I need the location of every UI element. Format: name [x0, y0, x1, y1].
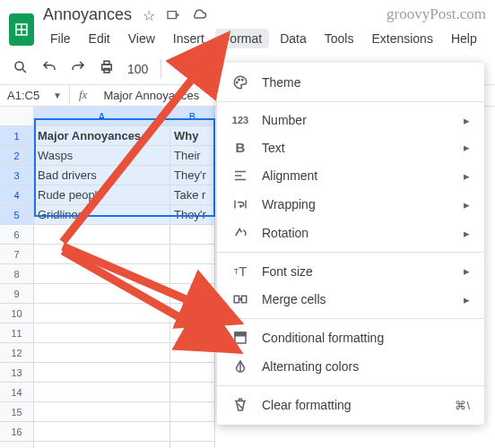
cell[interactable]: Wasps [34, 146, 170, 166]
redo-icon[interactable] [70, 59, 86, 78]
cell[interactable] [170, 383, 215, 402]
cell[interactable]: Why [170, 126, 215, 146]
row-header[interactable]: 4 [0, 185, 34, 205]
cell[interactable] [170, 363, 215, 383]
cell[interactable] [34, 304, 170, 323]
menu-insert[interactable]: Insert [166, 29, 212, 48]
formula-input[interactable]: Major Annoyances [96, 85, 206, 106]
menu-format[interactable]: Format [215, 29, 269, 48]
cell[interactable]: Take r [170, 185, 215, 205]
menu-extensions[interactable]: Extensions [364, 29, 439, 48]
print-icon[interactable] [99, 59, 115, 78]
row-header[interactable]: 12 [0, 343, 34, 363]
cell[interactable] [170, 245, 215, 264]
menu-separator [217, 101, 484, 102]
cell[interactable] [170, 402, 215, 422]
row-header[interactable]: 5 [0, 205, 34, 225]
cell[interactable] [170, 304, 215, 323]
cell[interactable]: They'r [170, 166, 215, 185]
fontsize-icon: TT [231, 263, 249, 279]
row-header[interactable]: 6 [0, 225, 34, 245]
menu-separator [217, 318, 484, 319]
row-header[interactable]: 16 [0, 422, 34, 442]
fx-icon: fx [70, 88, 96, 102]
menu-item-merge[interactable]: Merge cells▸ [217, 285, 484, 314]
move-icon[interactable] [166, 7, 180, 27]
cell[interactable]: Major Annoyances [34, 126, 170, 146]
star-icon[interactable]: ☆ [143, 7, 155, 27]
cell[interactable] [34, 225, 170, 245]
cell[interactable] [34, 383, 170, 402]
row-header[interactable]: 3 [0, 166, 34, 185]
row-header[interactable]: 13 [0, 363, 34, 383]
row-header[interactable]: 17 [0, 442, 34, 448]
zoom-select[interactable]: 100 [127, 62, 148, 76]
cell[interactable] [170, 442, 215, 448]
menu-item-fontsize[interactable]: TTFont size▸ [217, 257, 484, 285]
row-header[interactable]: 8 [0, 264, 34, 284]
menu-item-alignment[interactable]: Alignment▸ [217, 161, 484, 190]
search-icon[interactable] [13, 59, 29, 78]
cell[interactable]: Their [170, 146, 215, 166]
row-header[interactable]: 2 [0, 146, 34, 166]
cell[interactable] [34, 363, 170, 383]
cell[interactable] [34, 245, 170, 264]
menu-item-rotation[interactable]: Rotation▸ [217, 219, 484, 247]
submenu-arrow-icon: ▸ [464, 264, 470, 278]
menu-item-alternating[interactable]: Alternating colors [217, 352, 484, 381]
submenu-arrow-icon: ▸ [464, 227, 470, 240]
clear-icon [231, 397, 249, 413]
cell[interactable] [34, 442, 170, 448]
cell[interactable] [34, 323, 170, 343]
align-icon [231, 168, 249, 184]
menu-item-theme[interactable]: Theme [217, 68, 484, 97]
row-header[interactable]: 9 [0, 284, 34, 304]
menu-item-label: Wrapping [262, 197, 451, 211]
row-header[interactable]: 15 [0, 402, 34, 422]
menu-data[interactable]: Data [273, 29, 314, 48]
cell[interactable] [34, 264, 170, 284]
undo-icon[interactable] [41, 59, 57, 78]
cell[interactable]: Bad drivers [34, 166, 170, 185]
menu-item-wrapping[interactable]: Wrapping▸ [217, 190, 484, 219]
name-box[interactable]: A1:C5 ▼ [0, 85, 70, 106]
menu-item-clear[interactable]: Clear formatting⌘\ [217, 391, 484, 419]
column-header[interactable]: A [34, 107, 170, 126]
row-header[interactable]: 7 [0, 245, 34, 264]
cell[interactable]: They'r [170, 205, 215, 225]
menu-file[interactable]: File [43, 29, 78, 48]
cell[interactable] [170, 323, 215, 343]
merge-icon [231, 291, 249, 307]
menu-item-conditional[interactable]: Conditional formatting [217, 323, 484, 352]
cell[interactable] [170, 422, 215, 442]
menu-edit[interactable]: Edit [82, 29, 117, 48]
menu-tools[interactable]: Tools [317, 29, 361, 48]
menu-item-text[interactable]: BText▸ [217, 134, 484, 161]
cell[interactable] [170, 284, 215, 304]
sheets-logo [9, 13, 34, 46]
cell[interactable] [170, 225, 215, 245]
cell[interactable]: Rude people [34, 185, 170, 205]
menu-item-label: Font size [262, 264, 451, 279]
row-header[interactable]: 11 [0, 323, 34, 343]
row-header[interactable]: 1 [0, 126, 34, 146]
select-all-corner[interactable] [0, 107, 34, 126]
name-box-value: A1:C5 [7, 89, 39, 102]
cell[interactable]: Gridlines [34, 205, 170, 225]
document-title[interactable]: Annoyances [43, 5, 132, 24]
cell[interactable] [170, 264, 215, 284]
cell[interactable] [34, 402, 170, 422]
cell[interactable] [34, 284, 170, 304]
menu-help[interactable]: Help [444, 29, 484, 48]
menu-item-label: Theme [262, 75, 470, 90]
row-header[interactable]: 14 [0, 383, 34, 402]
menu-view[interactable]: View [121, 29, 162, 48]
cell[interactable] [34, 343, 170, 363]
row-header[interactable]: 10 [0, 304, 34, 323]
menu-item-label: Text [262, 141, 451, 155]
cell[interactable] [34, 422, 170, 442]
cell[interactable] [170, 343, 215, 363]
column-header[interactable]: B [170, 107, 215, 126]
menu-item-number[interactable]: 123Number▸ [217, 107, 484, 134]
cloud-icon[interactable] [191, 7, 207, 27]
